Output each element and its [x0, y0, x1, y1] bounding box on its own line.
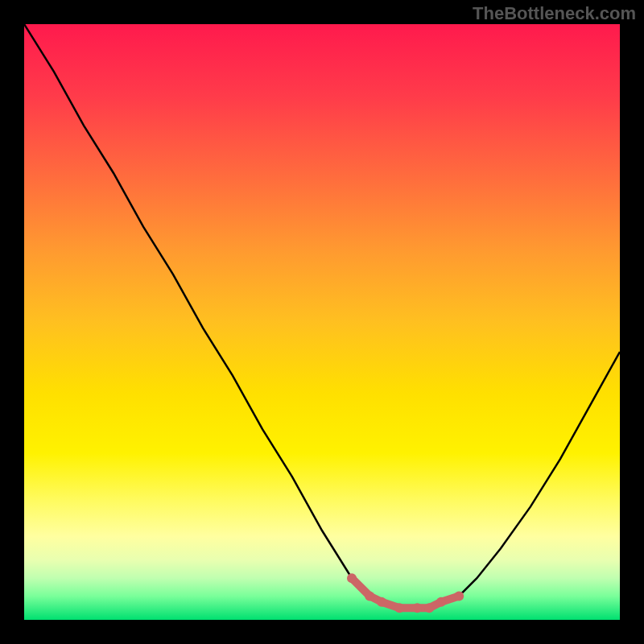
chart-svg [24, 24, 620, 620]
highlight-dot [412, 603, 422, 613]
highlight-dot [347, 573, 357, 583]
chart-gradient-background [24, 24, 620, 620]
bottleneck-curve [24, 24, 620, 608]
highlight-dot [424, 603, 434, 613]
highlight-dot [377, 597, 386, 607]
highlight-dot [394, 603, 404, 613]
highlight-dot [454, 591, 464, 601]
highlight-dot [365, 591, 374, 601]
highlight-dot [436, 597, 446, 607]
watermark-text: TheBottleneck.com [473, 3, 636, 24]
